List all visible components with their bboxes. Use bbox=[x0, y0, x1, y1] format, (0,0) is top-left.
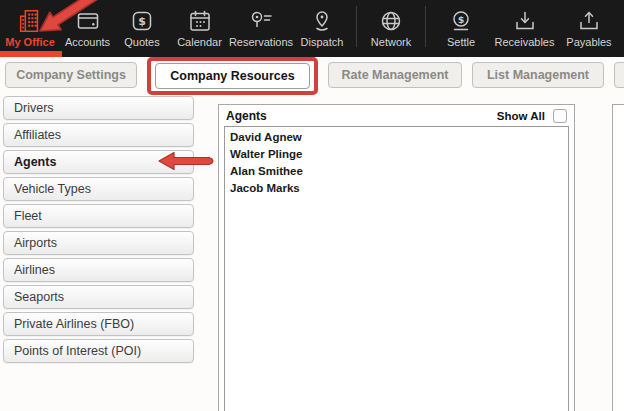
tray-upload-icon bbox=[575, 7, 603, 35]
agents-listbox[interactable]: David AgnewWalter PlingeAlan SmitheeJaco… bbox=[224, 126, 569, 411]
toolbar-item-label: Payables bbox=[566, 36, 611, 48]
sidebar-item-affiliates[interactable]: Affiliates bbox=[3, 123, 194, 147]
toolbar-item-network[interactable]: Network bbox=[361, 0, 421, 57]
sidebar-item-airlines[interactable]: Airlines bbox=[3, 258, 194, 282]
app-window: My OfficeAccounts$QuotesCalendarReservat… bbox=[0, 0, 624, 411]
toolbar-item-label: Calendar bbox=[177, 36, 222, 48]
agent-list-item[interactable]: David Agnew bbox=[225, 129, 568, 146]
toolbar-item-payables[interactable]: Payables bbox=[557, 0, 621, 57]
tray-download-icon bbox=[511, 7, 539, 35]
tab-company-resources[interactable]: Company Resources bbox=[155, 63, 310, 89]
panel-title: Agents bbox=[226, 109, 267, 123]
pin-icon bbox=[308, 7, 336, 35]
toolbar-item-reservations[interactable]: Reservations bbox=[230, 0, 292, 57]
dollar-square-icon: $ bbox=[128, 7, 156, 35]
calendar-icon bbox=[186, 7, 214, 35]
svg-text:$: $ bbox=[138, 15, 146, 28]
tab-rate-management[interactable]: Rate Management bbox=[328, 62, 462, 88]
dollar-circle-icon: $ bbox=[447, 7, 475, 35]
toolbar-item-calendar[interactable]: Calendar bbox=[169, 0, 230, 57]
sidebar-item-private-airlines-fbo[interactable]: Private Airlines (FBO) bbox=[3, 312, 194, 336]
agent-list-item[interactable]: Walter Plinge bbox=[225, 146, 568, 163]
svg-text:$: $ bbox=[458, 14, 465, 25]
agents-panel: Agents Show All David AgnewWalter Plinge… bbox=[218, 104, 575, 411]
toolbar-separator bbox=[356, 6, 357, 47]
next-panel-cropped bbox=[612, 104, 624, 411]
tab-list-management[interactable]: List Management bbox=[472, 62, 604, 88]
sidebar-item-drivers[interactable]: Drivers bbox=[3, 96, 194, 120]
show-all-label: Show All bbox=[497, 110, 545, 122]
toolbar-item-dispatch[interactable]: Dispatch bbox=[292, 0, 352, 57]
card-icon bbox=[74, 7, 102, 35]
toolbar-item-label: Dispatch bbox=[301, 36, 344, 48]
toolbar-item-label: Quotes bbox=[124, 36, 159, 48]
sidebar-item-airports[interactable]: Airports bbox=[3, 231, 194, 255]
sidebar-item-points-of-interest-poi[interactable]: Points of Interest (POI) bbox=[3, 339, 194, 363]
agent-list-item[interactable]: Jacob Marks bbox=[225, 180, 568, 197]
toolbar-item-label: Reservations bbox=[229, 36, 293, 48]
sidebar-item-agents[interactable]: Agents bbox=[3, 150, 194, 174]
toolbar-item-my-office[interactable]: My Office bbox=[0, 0, 60, 57]
toolbar-item-accounts[interactable]: Accounts bbox=[60, 0, 115, 57]
building-icon bbox=[16, 7, 44, 35]
toolbar-item-settle[interactable]: $Settle bbox=[430, 0, 492, 57]
agents-panel-header: Agents Show All bbox=[219, 105, 574, 126]
toolbar-item-receivables[interactable]: Receivables bbox=[492, 0, 557, 57]
toolbar-item-label: Settle bbox=[447, 36, 475, 48]
toolbar-item-label: My Office bbox=[5, 36, 55, 48]
sidebar-item-seaports[interactable]: Seaports bbox=[3, 285, 194, 309]
tab-c[interactable]: C bbox=[614, 62, 624, 88]
sidebar-item-fleet[interactable]: Fleet bbox=[3, 204, 194, 228]
tab-company-settings[interactable]: Company Settings bbox=[5, 62, 137, 88]
top-toolbar: My OfficeAccounts$QuotesCalendarReservat… bbox=[0, 0, 624, 57]
toolbar-item-label: Receivables bbox=[495, 36, 555, 48]
pin-list-icon bbox=[247, 7, 275, 35]
toolbar-item-label: Network bbox=[371, 36, 411, 48]
toolbar-separator bbox=[425, 6, 426, 47]
toolbar-item-quotes[interactable]: $Quotes bbox=[115, 0, 169, 57]
resources-sidebar: DriversAffiliatesAgentsVehicle TypesFlee… bbox=[3, 96, 194, 366]
annotation-box-company-resources: Company Resources bbox=[147, 57, 318, 95]
globe-icon bbox=[377, 7, 405, 35]
show-all-checkbox[interactable] bbox=[553, 109, 567, 123]
agent-list-item[interactable]: Alan Smithee bbox=[225, 163, 568, 180]
sidebar-item-vehicle-types[interactable]: Vehicle Types bbox=[3, 177, 194, 201]
toolbar-item-label: Accounts bbox=[65, 36, 110, 48]
active-module-underline bbox=[0, 51, 62, 57]
